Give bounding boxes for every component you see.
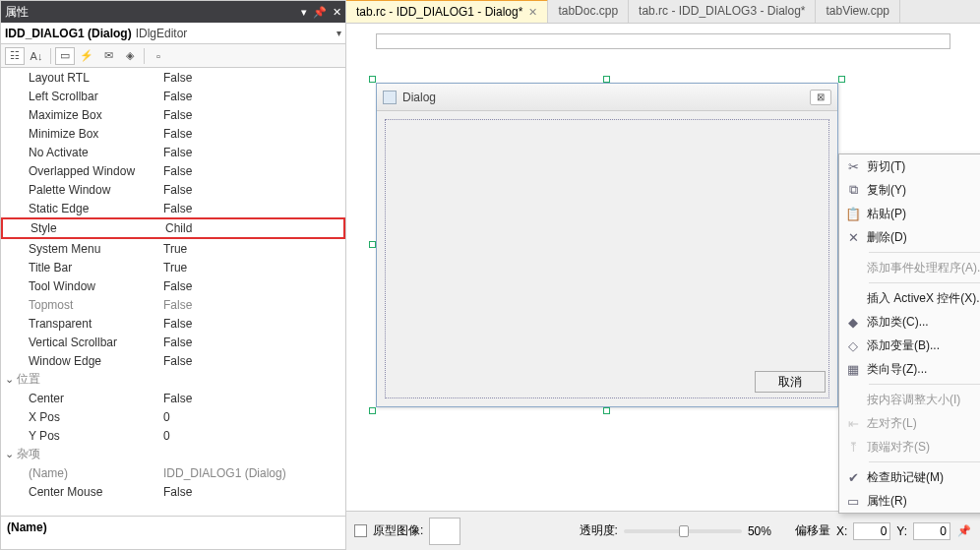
property-value[interactable]: True [163, 261, 345, 275]
property-row[interactable]: Palette WindowFalse [1, 180, 345, 199]
property-value[interactable]: False [163, 164, 345, 178]
property-row[interactable]: Tool WindowFalse [1, 276, 345, 295]
property-row[interactable]: TopmostFalse [1, 295, 345, 314]
prototype-checkbox[interactable] [354, 524, 367, 537]
property-value[interactable]: False [163, 183, 345, 197]
categorized-icon[interactable]: ☷ [5, 47, 25, 65]
menu-item[interactable]: 插入 ActiveX 控件(X)... [839, 286, 980, 310]
property-row[interactable]: Minimize BoxFalse [1, 124, 345, 143]
property-row[interactable]: Title BarTrue [1, 258, 345, 276]
property-value[interactable]: False [163, 336, 345, 349]
document-tab[interactable]: tab.rc - IDD_DIALOG1 - Dialog*✕ [346, 0, 548, 23]
dropdown-icon[interactable]: ▾ [337, 28, 341, 38]
property-name: Topmost [1, 298, 163, 312]
properties-icon[interactable]: ▭ [55, 47, 75, 65]
menu-item[interactable]: ⧉复制(Y)Ctrl+C [839, 178, 980, 202]
menu-item[interactable]: ◇添加变量(B)... [839, 334, 980, 357]
messages-icon[interactable]: ✉ [98, 47, 118, 65]
property-value[interactable]: Child [165, 221, 343, 235]
property-value[interactable]: False [163, 279, 345, 293]
property-row[interactable]: Left ScrollbarFalse [1, 87, 345, 105]
property-row[interactable]: Maximize BoxFalse [1, 105, 345, 124]
menu-item[interactable]: ◆添加类(C)... [839, 310, 980, 334]
property-value[interactable]: IDD_DIALOG1 (Dialog) [163, 466, 345, 480]
prototype-thumb[interactable] [429, 518, 460, 545]
property-value[interactable]: False [163, 392, 345, 405]
dialog-window[interactable]: Dialog ⊠ 取消 [376, 83, 838, 407]
resize-handle-ml[interactable] [369, 241, 376, 248]
property-pages-icon[interactable]: ▫ [149, 47, 168, 65]
property-value[interactable]: False [163, 90, 345, 103]
property-value[interactable]: False [163, 127, 345, 141]
x-input[interactable]: 0 [853, 522, 890, 540]
object-name: IDD_DIALOG1 (Dialog) [5, 27, 132, 40]
property-value[interactable]: False [163, 354, 345, 368]
panel-options-icon[interactable]: ▾ [301, 6, 307, 19]
menu-item[interactable]: ✂剪切(T)Ctrl+X [839, 154, 980, 178]
events-icon[interactable]: ⚡ [77, 47, 96, 65]
menu-item[interactable]: ▦类向导(Z)...Ctrl+Shift+X [839, 357, 980, 381]
property-group[interactable]: ⌄杂项 [1, 445, 345, 463]
resize-handle-tr[interactable] [838, 76, 845, 83]
expand-icon[interactable]: ⌄ [1, 448, 17, 460]
slider-thumb[interactable] [679, 525, 689, 537]
dialog-close-icon[interactable]: ⊠ [810, 90, 831, 105]
menu-label: 复制(Y) [867, 182, 980, 199]
property-row[interactable]: StyleChild [3, 219, 343, 237]
document-tab[interactable]: tab.rc - IDD_DIALOG3 - Dialog* [629, 0, 816, 23]
tab-close-icon[interactable]: ✕ [528, 6, 537, 19]
property-row[interactable]: TransparentFalse [1, 314, 345, 333]
overrides-icon[interactable]: ◈ [120, 47, 140, 65]
property-row[interactable]: (Name)IDD_DIALOG1 (Dialog) [1, 463, 345, 482]
opacity-slider[interactable] [624, 529, 742, 533]
dialog-client-area[interactable] [385, 119, 829, 398]
property-row[interactable]: Y Pos0 [1, 426, 345, 445]
property-value[interactable]: 0 [163, 429, 345, 443]
del-icon: ✕ [839, 230, 867, 245]
property-value[interactable]: False [163, 298, 345, 312]
document-tab[interactable]: tabView.cpp [816, 0, 900, 23]
property-value[interactable]: False [163, 485, 345, 499]
menu-item[interactable]: 📋粘贴(P)Ctrl+V [839, 202, 980, 225]
resize-handle-bc[interactable] [603, 407, 610, 414]
property-row[interactable]: System MenuTrue [1, 239, 345, 258]
panel-pin-icon[interactable]: 📌 [313, 6, 327, 19]
property-value[interactable]: False [163, 71, 345, 85]
property-name: Layout RTL [1, 71, 163, 85]
menu-item[interactable]: ✔检查助记键(M)Ctrl+M [839, 465, 980, 489]
alphabetical-icon[interactable]: A↓ [27, 47, 46, 65]
property-value[interactable]: False [163, 317, 345, 331]
pin-icon[interactable]: 📌 [956, 523, 972, 539]
menu-item[interactable]: ✕删除(D)Del [839, 225, 980, 249]
resize-handle-tc[interactable] [603, 76, 610, 83]
property-grid[interactable]: Layout RTLFalseLeft ScrollbarFalseMaximi… [1, 68, 345, 516]
dialog-canvas[interactable]: Dialog ⊠ 取消 ✂剪切(T [346, 24, 980, 511]
property-row[interactable]: Vertical ScrollbarFalse [1, 333, 345, 351]
property-row[interactable]: Center MouseFalse [1, 482, 345, 501]
y-input[interactable]: 0 [913, 522, 950, 540]
property-row[interactable]: CenterFalse [1, 389, 345, 407]
property-row[interactable]: Window EdgeFalse [1, 351, 345, 370]
dialog-titlebar[interactable]: Dialog ⊠ [377, 84, 837, 111]
property-value[interactable]: False [163, 202, 345, 215]
property-row[interactable]: Overlapped WindowFalse [1, 161, 345, 180]
document-tab[interactable]: tabDoc.cpp [548, 0, 629, 23]
panel-close-icon[interactable]: ✕ [333, 6, 341, 19]
cancel-button[interactable]: 取消 [755, 371, 826, 393]
menu-item[interactable]: ▭属性(R) [839, 489, 980, 513]
menu-item: 添加事件处理程序(A)... [839, 256, 980, 279]
property-value[interactable]: False [163, 108, 345, 122]
expand-icon[interactable]: ⌄ [1, 373, 17, 386]
property-row[interactable]: Layout RTLFalse [1, 68, 345, 87]
property-row[interactable]: Static EdgeFalse [1, 199, 345, 217]
property-row[interactable]: No ActivateFalse [1, 143, 345, 161]
resize-handle-bl[interactable] [369, 407, 376, 414]
property-value[interactable]: True [163, 242, 345, 256]
property-value[interactable]: 0 [163, 410, 345, 424]
property-name: System Menu [1, 242, 163, 256]
resize-handle-tl[interactable] [369, 76, 376, 83]
property-group[interactable]: ⌄位置 [1, 370, 345, 389]
property-row[interactable]: X Pos0 [1, 407, 345, 426]
object-selector[interactable]: IDD_DIALOG1 (Dialog) IDlgEditor ▾ [1, 23, 345, 44]
property-value[interactable]: False [163, 146, 345, 159]
